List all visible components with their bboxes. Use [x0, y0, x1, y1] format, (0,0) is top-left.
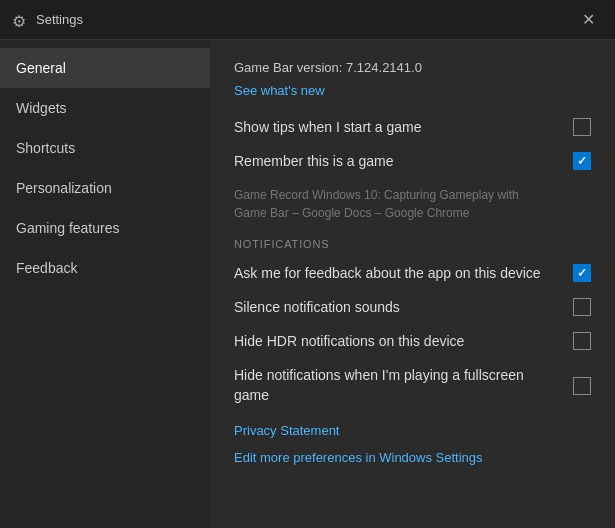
version-text: Game Bar version: 7.124.2141.0 — [234, 60, 591, 75]
privacy-statement-link[interactable]: Privacy Statement — [234, 423, 340, 438]
silence-sounds-checkbox[interactable] — [573, 298, 591, 316]
sidebar-item-widgets[interactable]: Widgets — [0, 88, 210, 128]
see-whats-new-link[interactable]: See what's new — [234, 83, 325, 98]
show-tips-checkbox[interactable] — [573, 118, 591, 136]
hide-hdr-row: Hide HDR notifications on this device — [234, 332, 591, 350]
remember-game-checkbox[interactable] — [573, 152, 591, 170]
hide-fullscreen-label: Hide notifications when I'm playing a fu… — [234, 366, 573, 405]
sidebar-item-shortcuts[interactable]: Shortcuts — [0, 128, 210, 168]
show-tips-row: Show tips when I start a game — [234, 118, 591, 136]
hide-hdr-label: Hide HDR notifications on this device — [234, 333, 573, 349]
sidebar: GeneralWidgetsShortcutsPersonalizationGa… — [0, 40, 210, 528]
ask-feedback-row: Ask me for feedback about the app on thi… — [234, 264, 591, 282]
sidebar-item-feedback[interactable]: Feedback — [0, 248, 210, 288]
game-context-text: Game Record Windows 10: Capturing Gamepl… — [234, 186, 591, 222]
sidebar-item-personalization[interactable]: Personalization — [0, 168, 210, 208]
window-title: Settings — [36, 12, 573, 27]
main-panel: Game Bar version: 7.124.2141.0 See what'… — [210, 40, 615, 528]
sidebar-item-gaming-features[interactable]: Gaming features — [0, 208, 210, 248]
window-content: GeneralWidgetsShortcutsPersonalizationGa… — [0, 40, 615, 528]
hide-fullscreen-row: Hide notifications when I'm playing a fu… — [234, 366, 591, 405]
ask-feedback-checkbox[interactable] — [573, 264, 591, 282]
close-button[interactable]: ✕ — [573, 5, 603, 35]
silence-sounds-label: Silence notification sounds — [234, 299, 573, 315]
hide-hdr-checkbox[interactable] — [573, 332, 591, 350]
title-bar: ⚙ Settings ✕ — [0, 0, 615, 40]
notifications-heading: NOTIFICATIONS — [234, 238, 591, 250]
hide-fullscreen-checkbox[interactable] — [573, 377, 591, 395]
settings-window: ⚙ Settings ✕ GeneralWidgetsShortcutsPers… — [0, 0, 615, 528]
edit-preferences-link[interactable]: Edit more preferences in Windows Setting… — [234, 450, 483, 465]
settings-icon: ⚙ — [12, 12, 28, 28]
remember-game-row: Remember this is a game — [234, 152, 591, 170]
ask-feedback-label: Ask me for feedback about the app on thi… — [234, 265, 573, 281]
sidebar-item-general[interactable]: General — [0, 48, 210, 88]
show-tips-label: Show tips when I start a game — [234, 119, 573, 135]
remember-game-label: Remember this is a game — [234, 153, 573, 169]
silence-sounds-row: Silence notification sounds — [234, 298, 591, 316]
